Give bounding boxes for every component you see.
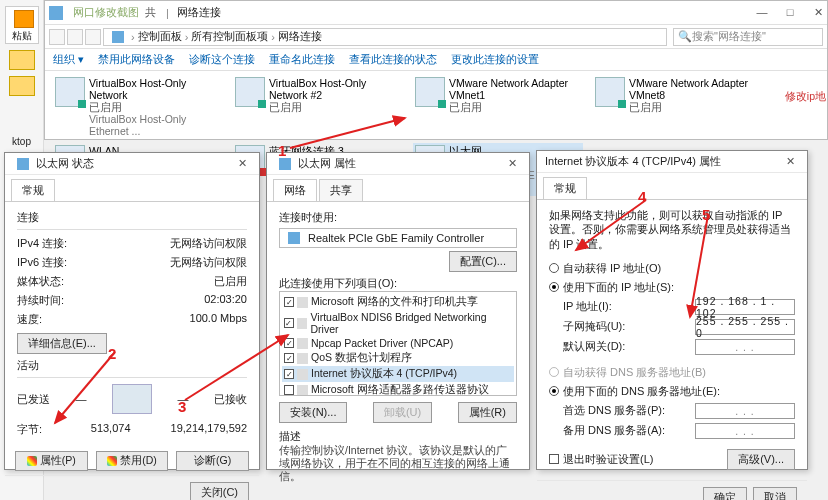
properties-button[interactable]: 属性(P) xyxy=(15,451,88,471)
checkbox[interactable] xyxy=(284,385,294,395)
tab-sharing[interactable]: 共享 xyxy=(319,179,363,201)
connection-item[interactable]: VirtualBox Host-Only Network已启用VirtualBo… xyxy=(53,75,223,139)
mask-input[interactable]: 255 . 255 . 255 . 0 xyxy=(695,319,795,335)
radio-label: 自动获得 DNS 服务器地址(B) xyxy=(563,365,706,380)
ethernet-properties-dialog: 以太网 属性✕ 网络共享 连接时使用: Realtek PCIe GbE Fam… xyxy=(266,152,530,470)
arrow-icon: — xyxy=(76,393,87,405)
connection-item[interactable]: VirtualBox Host-Only Network #2已启用 xyxy=(233,75,403,139)
nav-up-icon[interactable] xyxy=(85,29,101,45)
network-connections-window: 网口修改截图 共 | 网络连接 — □ ✕ › 控制面板 › 所有控制面板项 ›… xyxy=(44,0,828,140)
breadcrumb-seg[interactable]: 网络连接 xyxy=(278,29,322,44)
configure-button[interactable]: 配置(C)... xyxy=(449,251,517,272)
items-label: 此连接使用下列项目(O): xyxy=(279,276,517,291)
ethernet-icon xyxy=(279,158,291,170)
recv-label: 已接收 xyxy=(214,392,247,407)
connection-item[interactable]: VMware Network Adapter VMnet1已启用 xyxy=(413,75,583,139)
radio-label: 自动获得 IP 地址(O) xyxy=(563,261,661,276)
annotation-2: 2 xyxy=(108,345,116,362)
close-icon[interactable]: ✕ xyxy=(781,155,799,168)
uninstall-button[interactable]: 卸载(U) xyxy=(373,402,432,423)
diagnose-button[interactable]: 诊断(G) xyxy=(176,451,249,471)
gateway-input[interactable]: . . . xyxy=(695,339,795,355)
validate-checkbox[interactable] xyxy=(549,454,559,464)
protocol-icon xyxy=(297,297,308,308)
view-status[interactable]: 查看此连接的状态 xyxy=(349,52,437,67)
tab-general[interactable]: 常规 xyxy=(543,177,587,199)
radio-auto-dns xyxy=(549,367,559,377)
advanced-button[interactable]: 高级(V)... xyxy=(727,449,795,470)
change-settings[interactable]: 更改此连接的设置 xyxy=(451,52,539,67)
duration-value: 02:03:20 xyxy=(204,293,247,308)
bytes-sent: 513,074 xyxy=(91,422,131,437)
explorer-toolbar: 组织 ▾ 禁用此网络设备 诊断这个连接 重命名此连接 查看此连接的状态 更改此连… xyxy=(45,49,827,71)
description-text: 传输控制协议/Internet 协议。该协议是默认的广域网络协议，用于在不同的相… xyxy=(279,444,517,483)
app-tab-2[interactable]: 共 xyxy=(145,5,156,20)
connect-using-label: 连接时使用: xyxy=(279,210,517,225)
close-icon[interactable]: ✕ xyxy=(503,157,521,170)
ethernet-icon xyxy=(17,158,29,170)
connection-item[interactable]: VMware Network Adapter VMnet8已启用 xyxy=(593,75,763,139)
maximize-icon[interactable]: □ xyxy=(781,6,799,19)
nav-back-icon[interactable] xyxy=(49,29,65,45)
diagnose-connection[interactable]: 诊断这个连接 xyxy=(189,52,255,67)
ok-button[interactable]: 确定 xyxy=(703,487,747,500)
breadcrumb-seg[interactable]: 所有控制面板项 xyxy=(191,29,268,44)
tab-general[interactable]: 常规 xyxy=(11,179,55,201)
gateway-label: 默认网关(D): xyxy=(563,339,625,354)
mask-label: 子网掩码(U): xyxy=(563,319,625,334)
shield-icon xyxy=(27,456,37,466)
annotation-3: 3 xyxy=(178,398,186,415)
cancel-button[interactable]: 取消 xyxy=(753,487,797,500)
radio-auto-ip[interactable] xyxy=(549,263,559,273)
protocol-icon xyxy=(297,385,308,396)
app-tab-1[interactable]: 网口修改截图 xyxy=(73,5,139,20)
radio-label: 使用下面的 IP 地址(S): xyxy=(563,280,674,295)
dns1-label: 首选 DNS 服务器(P): xyxy=(563,403,665,418)
ip-label: IP 地址(I): xyxy=(563,299,612,314)
dns2-label: 备用 DNS 服务器(A): xyxy=(563,423,665,438)
checkbox[interactable]: ✓ xyxy=(284,369,294,379)
tab-network[interactable]: 网络 xyxy=(273,179,317,201)
protocol-icon xyxy=(297,318,308,329)
disable-button[interactable]: 禁用(D) xyxy=(96,451,169,471)
close-button[interactable]: 关闭(C) xyxy=(190,482,249,500)
explorer-titlebar: 网口修改截图 共 | 网络连接 — □ ✕ xyxy=(45,1,827,25)
details-button[interactable]: 详细信息(E)... xyxy=(17,333,107,354)
speed-value: 100.0 Mbps xyxy=(190,312,247,327)
rename-connection[interactable]: 重命名此连接 xyxy=(269,52,335,67)
section-connection: 连接 xyxy=(17,210,247,225)
organize-menu[interactable]: 组织 ▾ xyxy=(53,52,84,67)
protocol-icon xyxy=(297,338,308,349)
ipv6-label: IPv6 连接: xyxy=(17,255,67,270)
dialog-title: 以太网 属性 xyxy=(298,156,356,171)
disable-device[interactable]: 禁用此网络设备 xyxy=(98,52,175,67)
adapter-icon xyxy=(595,77,625,107)
breadcrumb-seg[interactable]: 控制面板 xyxy=(138,29,182,44)
annotation-4: 4 xyxy=(638,188,646,205)
ethernet-status-dialog: 以太网 状态✕ 常规 连接 IPv4 连接:无网络访问权限 IPv6 连接:无网… xyxy=(4,152,260,470)
install-button[interactable]: 安装(N)... xyxy=(279,402,347,423)
checkbox[interactable]: ✓ xyxy=(284,318,294,328)
item-properties-button[interactable]: 属性(R) xyxy=(458,402,517,423)
ipv6-value: 无网络访问权限 xyxy=(170,255,247,270)
radio-use-dns[interactable] xyxy=(549,386,559,396)
minimize-icon[interactable]: — xyxy=(753,6,771,19)
nav-forward-icon[interactable] xyxy=(67,29,83,45)
panel-icon xyxy=(112,31,124,43)
paste-button[interactable]: 粘贴 xyxy=(5,6,39,44)
checkbox[interactable]: ✓ xyxy=(284,338,294,348)
dns2-input[interactable]: . . . xyxy=(695,423,795,439)
ip-input[interactable]: 192 . 168 . 1 . 102 xyxy=(695,299,795,315)
close-icon[interactable]: ✕ xyxy=(233,157,251,170)
network-items-list[interactable]: ✓Microsoft 网络的文件和打印机共享 ✓VirtualBox NDIS6… xyxy=(279,291,517,396)
radio-use-ip[interactable] xyxy=(549,282,559,292)
media-label: 媒体状态: xyxy=(17,274,64,289)
breadcrumb[interactable]: › 控制面板 › 所有控制面板项 › 网络连接 xyxy=(103,28,667,46)
close-icon[interactable]: ✕ xyxy=(809,6,827,19)
checkbox[interactable]: ✓ xyxy=(284,297,294,307)
search-input[interactable]: 🔍 搜索"网络连接" xyxy=(673,28,823,46)
dialog-title: 以太网 状态 xyxy=(36,156,94,171)
network-icon xyxy=(49,6,63,20)
checkbox[interactable]: ✓ xyxy=(284,353,294,363)
dns1-input[interactable]: . . . xyxy=(695,403,795,419)
